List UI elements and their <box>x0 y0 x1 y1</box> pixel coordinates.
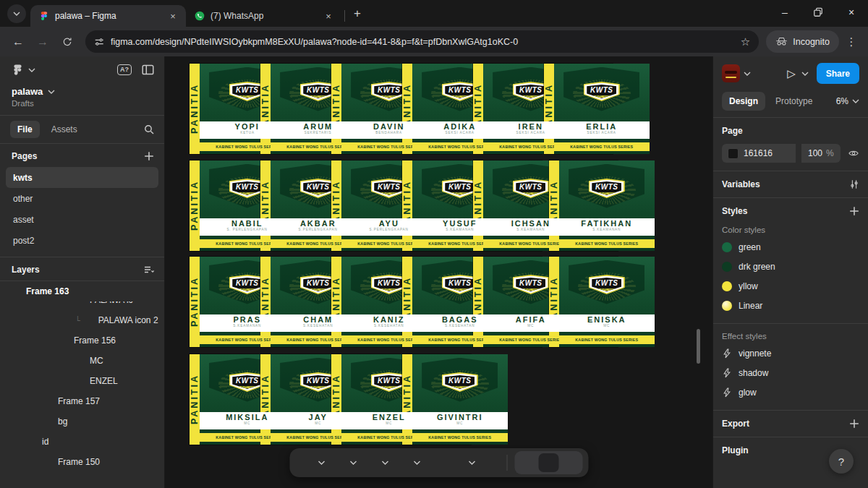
panitia-card-pras[interactable]: PANITIA KWTS KABINET WONG TULUS SERIES <box>190 257 258 347</box>
url-bar[interactable]: figma.com/design/NPdteIIWSIOybkpmM8ExXU/… <box>85 30 759 53</box>
export-header[interactable]: Export <box>722 419 749 429</box>
tool-chevron[interactable] <box>467 454 476 471</box>
layer-row-frame-157[interactable]: Frame 157 <box>0 391 164 411</box>
add-page-button[interactable] <box>144 151 154 161</box>
tool-chevron[interactable] <box>412 454 421 471</box>
page-item-asset[interactable]: asset <box>6 209 158 230</box>
panitia-card-eniska[interactable]: PANITIA KWTS KABINET WONG TULUS SERIES <box>549 257 618 347</box>
panitia-card-kaniz[interactable]: PANITIA KWTS KABINET WONG TULUS SERIES <box>331 257 400 347</box>
panitia-card-davin[interactable]: PANITIA KWTS KABINET WONG TULUS SERIES <box>331 64 400 154</box>
present-play-button[interactable]: ▷ <box>786 67 798 80</box>
layout-panel-icon[interactable] <box>142 64 154 76</box>
tool-button[interactable] <box>477 452 499 474</box>
panitia-card-miksila[interactable]: PANITIA KWTS KABINET WONG TULUS SERIES <box>190 354 258 445</box>
layer-row-frame-150[interactable]: Frame 150 <box>0 452 164 472</box>
tool-chevron[interactable] <box>380 454 389 471</box>
minimize-button[interactable]: – <box>768 0 801 25</box>
panitia-card-fatikhan[interactable]: PANITIA KWTS KABINET WONG TULUS SERIES <box>549 160 618 251</box>
browser-menu-button[interactable]: ⋮ <box>842 33 861 51</box>
page-color-hex[interactable]: 161616 <box>744 148 773 158</box>
canvas-scrollbar[interactable] <box>697 329 700 364</box>
user-avatar[interactable] <box>722 64 740 82</box>
panitia-card-ayu[interactable]: PANITIA KWTS KABINET WONG TULUS SERIES <box>331 160 400 251</box>
layer-row-frame-156[interactable]: Frame 156 <box>0 330 164 351</box>
effect-style-item-glow[interactable]: glow <box>722 382 859 402</box>
figma-menu-icon[interactable] <box>12 64 24 76</box>
page-opacity-field[interactable]: 100 % <box>801 144 841 163</box>
browser-tab-figma[interactable]: palawa – Figma × <box>30 5 186 27</box>
reload-button[interactable] <box>56 31 78 53</box>
panitia-card-ichsan[interactable]: PANITIA KWTS KABINET WONG TULUS SERIES <box>473 160 542 251</box>
color-style-item-green[interactable]: green <box>722 237 859 257</box>
styles-header[interactable]: Styles <box>722 206 747 216</box>
chevron-down-icon[interactable] <box>801 70 809 77</box>
tool-button[interactable] <box>295 452 317 474</box>
tab-search-button[interactable] <box>7 4 26 23</box>
zoom-control[interactable]: 6% <box>836 96 859 106</box>
panitia-card-erlia[interactable]: PANITIA KWTS KABINET WONG TULUS SERIES <box>544 64 613 154</box>
panitia-card-arum[interactable]: PANITIA KWTS KABINET WONG TULUS SERIES <box>260 64 329 154</box>
panitia-card-givintri[interactable]: PANITIA KWTS KABINET WONG TULUS SERIES <box>402 354 471 445</box>
restore-button[interactable] <box>801 0 835 25</box>
layer-row-mc[interactable]: MC <box>0 351 164 371</box>
page-item-post2[interactable]: post2 <box>6 230 158 251</box>
back-button[interactable]: ← <box>7 31 29 53</box>
add-style-button[interactable] <box>849 206 859 216</box>
panitia-card-cham[interactable]: PANITIA KWTS KABINET WONG TULUS SERIES <box>260 257 329 347</box>
variables-header[interactable]: Variables <box>722 179 760 189</box>
panitia-card-nabil[interactable]: PANITIA KWTS KABINET WONG TULUS SERIES <box>190 160 258 251</box>
panitia-card-adika[interactable]: PANITIA KWTS KABINET WONG TULUS SERIES <box>402 64 471 154</box>
panitia-card-afifa[interactable]: PANITIA KWTS KABINET WONG TULUS SERIES <box>473 257 542 347</box>
tool-button[interactable] <box>359 452 380 474</box>
effect-style-item-vignnete[interactable]: vignnete <box>722 343 859 363</box>
layer-row-frame-163[interactable]: Frame 163 <box>0 281 164 301</box>
tab-design[interactable]: Design <box>722 92 765 111</box>
panitia-card-yusuf[interactable]: PANITIA KWTS KABINET WONG TULUS SERIES <box>402 160 471 251</box>
visibility-eye-icon[interactable] <box>848 148 859 158</box>
collapse-layers-icon[interactable] <box>144 265 154 275</box>
effect-style-item-shadow[interactable]: shadow <box>722 363 859 382</box>
layer-row-bg[interactable]: bg <box>0 411 164 432</box>
panitia-card-bagas[interactable]: PANITIA KWTS KABINET WONG TULUS SERIES <box>402 257 471 347</box>
add-export-button[interactable] <box>849 419 859 429</box>
panitia-card-yopi[interactable]: PANITIA KWTS KABINET WONG TULUS SERIES <box>190 64 258 154</box>
page-item-kwts[interactable]: kwts <box>6 167 158 188</box>
search-icon[interactable] <box>144 124 154 134</box>
tab-close-button[interactable]: × <box>323 10 334 22</box>
color-style-item-linear[interactable]: Linear <box>722 296 859 315</box>
layer-row-id[interactable]: id <box>0 432 164 452</box>
mode-button-select-mode[interactable] <box>538 453 558 472</box>
tool-chevron[interactable] <box>349 454 357 471</box>
layer-row-palawa-icon-2[interactable]: └ PALAWA icon 2 <box>0 310 164 330</box>
plugin-header[interactable]: Plugin <box>722 445 749 455</box>
color-style-item-yllow[interactable]: yllow <box>722 276 859 296</box>
chevron-down-icon[interactable] <box>744 70 751 77</box>
incognito-badge[interactable]: Incognito <box>766 30 839 53</box>
layer-row-enzel[interactable]: ENZEL <box>0 371 164 391</box>
forward-button[interactable]: → <box>32 31 54 53</box>
page-item-other[interactable]: other <box>6 188 158 209</box>
tool-button[interactable] <box>446 452 467 474</box>
tab-close-button[interactable]: × <box>167 10 179 22</box>
tool-button[interactable] <box>391 452 412 474</box>
chevron-down-icon[interactable] <box>48 88 55 95</box>
mode-button-draw-mode[interactable] <box>516 453 537 472</box>
browser-tab-whatsapp[interactable]: (7) WhatsApp × <box>186 5 341 27</box>
canvas[interactable]: PANITIA KWTS KABINET WONG TULUS SERIES <box>165 56 712 488</box>
tool-chevron[interactable] <box>317 454 326 471</box>
panitia-card-jay[interactable]: PANITIA KWTS KABINET WONG TULUS SERIES <box>260 354 329 445</box>
share-button[interactable]: Share <box>817 63 859 84</box>
chevron-down-icon[interactable] <box>28 67 35 74</box>
tab-assets[interactable]: Assets <box>44 121 85 138</box>
variables-icon[interactable] <box>849 179 859 189</box>
mode-button-dev-mode-toggle[interactable] <box>560 453 580 472</box>
panitia-card-enzel[interactable]: PANITIA KWTS KABINET WONG TULUS SERIES <box>331 354 400 445</box>
layer-row-palawa-ic[interactable]: PALAWA ic ▫ <box>0 301 164 310</box>
help-button[interactable]: ? <box>829 449 854 474</box>
close-button[interactable]: × <box>835 0 868 25</box>
tool-button[interactable] <box>327 452 349 474</box>
bookmark-star-icon[interactable]: ☆ <box>741 35 750 48</box>
help-shortcuts-button[interactable]: A? <box>117 64 132 75</box>
panitia-card-akbar[interactable]: PANITIA KWTS KABINET WONG TULUS SERIES <box>260 160 329 251</box>
page-color-swatch[interactable] <box>728 148 739 159</box>
